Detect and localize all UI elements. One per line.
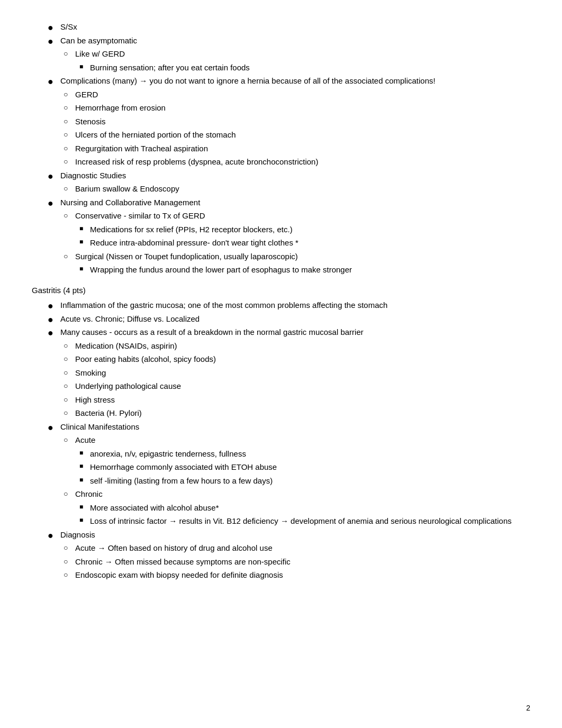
bullet-icon: ■ — [79, 239, 87, 245]
list-item: ● Many causes - occurs as a result of a … — [32, 326, 530, 339]
item-text: Acute vs. Chronic; Diffuse vs. Localized — [60, 313, 530, 325]
item-text: Hemorrhage from erosion — [75, 102, 530, 114]
list-item: ■ Medications for sx relief (PPIs, H2 re… — [32, 224, 530, 236]
item-text: Endoscopic exam with biopsy needed for d… — [75, 569, 530, 581]
bullet-icon: ■ — [79, 477, 87, 483]
bullet-icon: ● — [48, 315, 57, 324]
item-text: GERD — [75, 89, 530, 101]
item-text: Nursing and Collaborative Management — [60, 197, 530, 209]
list-item: ○ Poor eating habits (alcohol, spicy foo… — [32, 353, 530, 366]
bullet-icon: ● — [48, 23, 57, 32]
item-text: anorexia, n/v, epigastric tenderness, fu… — [90, 448, 530, 460]
bullet-icon: ● — [48, 301, 57, 311]
item-text: Chronic — [75, 488, 530, 501]
list-item: ● S/Sx — [32, 21, 530, 33]
list-item: ○ Medication (NSAIDs, aspirin) — [32, 340, 530, 352]
bullet-icon: ○ — [64, 50, 72, 57]
section2-heading: Gastritis (4 pts) — [32, 285, 530, 297]
list-item: ■ Hemorrhage commonly associated with ET… — [32, 461, 530, 474]
bullet-icon: ■ — [79, 463, 87, 469]
item-text: Can be asymptomatic — [60, 35, 530, 47]
bullet-icon: ○ — [64, 490, 72, 497]
item-text: self -limiting (lasting from a few hours… — [90, 475, 530, 487]
item-text: Conservative - similar to Tx of GERD — [75, 210, 530, 222]
item-text: More associated with alcohol abuse* — [90, 502, 530, 514]
bullet-icon: ○ — [64, 90, 72, 98]
bullet-icon: ○ — [64, 544, 72, 551]
item-text: Reduce intra-abdominal pressure- don't w… — [90, 237, 530, 249]
bullet-icon: ○ — [64, 131, 72, 138]
list-item: ○ GERD — [32, 89, 530, 101]
list-item: ○ Regurgitation with Tracheal aspiration — [32, 143, 530, 155]
item-text: Smoking — [75, 367, 530, 379]
list-item: ○ Smoking — [32, 367, 530, 379]
bullet-icon: ○ — [64, 409, 72, 416]
item-text: Increased risk of resp problems (dyspnea… — [75, 156, 530, 168]
list-item: ○ Barium swallow & Endoscopy — [32, 183, 530, 195]
list-item: ○ Underlying pathological cause — [32, 380, 530, 393]
list-item: ■ Loss of intrinsic factor → results in … — [32, 515, 530, 527]
bullet-icon: ● — [48, 198, 57, 208]
item-text: Regurgitation with Tracheal aspiration — [75, 143, 530, 155]
item-text: Chronic → Often missed because symptoms … — [75, 556, 530, 568]
list-item: ○ Chronic → Often missed because symptom… — [32, 556, 530, 568]
list-item: ● Complications (many) → you do not want… — [32, 75, 530, 87]
item-text: Diagnostic Studies — [60, 170, 530, 182]
list-item: ○ Surgical (Nissen or Toupet fundoplicat… — [32, 251, 530, 263]
bullet-icon: ○ — [64, 252, 72, 260]
item-text: Stenosis — [75, 116, 530, 128]
bullet-icon: ○ — [64, 158, 72, 165]
item-text: Medication (NSAIDs, aspirin) — [75, 340, 530, 352]
bullet-icon: ● — [48, 171, 57, 181]
item-text: Underlying pathological cause — [75, 380, 530, 393]
list-item: ■ anorexia, n/v, epigastric tenderness, … — [32, 448, 530, 460]
list-item: ○ High stress — [32, 394, 530, 406]
bullet-icon: ■ — [79, 63, 87, 70]
list-item: ○ Acute — [32, 434, 530, 447]
bullet-icon: ■ — [79, 266, 87, 272]
list-item: ● Diagnostic Studies — [32, 170, 530, 182]
item-text: Acute → Often based on history of drug a… — [75, 542, 530, 554]
bullet-icon: ● — [48, 328, 57, 338]
item-text: Many causes - occurs as a result of a br… — [60, 326, 530, 339]
item-text: Acute — [75, 434, 530, 447]
bullet-icon: ● — [48, 423, 57, 432]
item-text: High stress — [75, 394, 530, 406]
list-item: ○ Bacteria (H. Pylori) — [32, 407, 530, 420]
bullet-icon: ○ — [64, 355, 72, 362]
bullet-icon: ○ — [64, 104, 72, 111]
list-item: ○ Chronic — [32, 488, 530, 501]
bullet-icon: ○ — [64, 436, 72, 443]
item-text: Like w/ GERD — [75, 48, 530, 60]
item-text: Clinical Manifestations — [60, 421, 530, 433]
list-item: ○ Ulcers of the herniated portion of the… — [32, 129, 530, 141]
item-text: Diagnosis — [60, 529, 530, 541]
bullet-icon: ○ — [64, 144, 72, 152]
page-number: 2 — [526, 704, 530, 712]
item-text: Bacteria (H. Pylori) — [75, 407, 530, 420]
list-item: ○ Hemorrhage from erosion — [32, 102, 530, 114]
bullet-icon: ● — [48, 37, 57, 46]
list-item: ● Clinical Manifestations — [32, 421, 530, 433]
item-text: Barium swallow & Endoscopy — [75, 183, 530, 195]
bullet-icon: ○ — [64, 571, 72, 578]
content-section2: ● Inflammation of the gastric mucosa; on… — [32, 299, 530, 581]
bullet-icon: ○ — [64, 185, 72, 192]
list-item: ■ Burning sensation; after you eat certa… — [32, 62, 530, 74]
list-item: ○ Endoscopic exam with biopsy needed for… — [32, 569, 530, 581]
bullet-icon: ○ — [64, 212, 72, 219]
list-item: ● Diagnosis — [32, 529, 530, 541]
list-item: ● Nursing and Collaborative Management — [32, 197, 530, 209]
bullet-icon: ○ — [64, 369, 72, 376]
content-section1: ● S/Sx ● Can be asymptomatic ○ Like w/ G… — [32, 21, 530, 276]
bullet-icon: ○ — [64, 117, 72, 125]
list-item: ○ Conservative - similar to Tx of GERD — [32, 210, 530, 222]
bullet-icon: ○ — [64, 558, 72, 565]
item-text: Medications for sx relief (PPIs, H2 rece… — [90, 224, 530, 236]
list-item: ○ Increased risk of resp problems (dyspn… — [32, 156, 530, 168]
item-text: Complications (many) → you do not want t… — [60, 75, 530, 87]
bullet-icon: ○ — [64, 342, 72, 349]
bullet-icon: ■ — [79, 225, 87, 232]
list-item: ■ More associated with alcohol abuse* — [32, 502, 530, 514]
bullet-icon: ● — [48, 77, 57, 86]
